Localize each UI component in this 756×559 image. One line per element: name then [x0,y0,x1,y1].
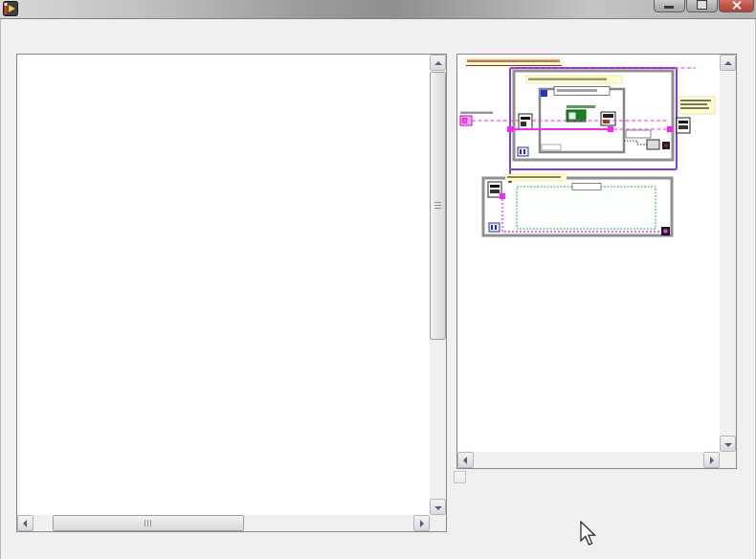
close-button[interactable] [719,0,754,12]
labview-app-icon [3,1,18,16]
arrow-left-icon [463,457,467,464]
tree-vertical-scrollbar[interactable] [430,55,446,515]
arrow-down-icon [434,506,442,510]
scrollbar-corner [720,452,736,468]
description-scroll-down-button[interactable] [720,436,736,452]
preview-diagram [459,56,720,261]
description-scroll-left-button[interactable] [457,452,474,468]
add-to-project-row [454,471,471,483]
description-scroll-right-button[interactable] [703,452,720,468]
thumb-grip [434,202,441,210]
tree-scroll-left-button[interactable] [17,515,33,531]
create-new-tree-panel [16,54,447,532]
description-scroll-up-button[interactable] [720,55,736,71]
description-panel [456,54,737,469]
add-to-project-checkbox [454,471,466,483]
minimize-button[interactable] [654,0,685,12]
description-vertical-scrollbar[interactable] [720,55,736,452]
tree-scroll-down-button[interactable] [430,499,446,515]
maximize-button[interactable] [686,0,718,12]
thumb-grip [145,520,152,526]
scrollbar-corner [430,515,446,531]
tree-horizontal-scrollbar[interactable] [17,515,430,531]
tree-vscroll-thumb[interactable] [430,72,446,340]
window-controls [654,0,754,12]
description-horizontal-scrollbar[interactable] [457,452,720,468]
tree-list [17,56,430,515]
tree-hscroll-thumb[interactable] [53,515,244,531]
arrow-left-icon [23,520,27,527]
arrow-right-icon [710,457,714,464]
minimize-icon [664,6,674,9]
mouse-cursor [580,521,598,548]
maximize-icon [697,0,707,10]
arrow-up-icon [434,61,442,65]
arrow-down-icon [724,443,732,447]
close-icon [732,1,741,10]
tree-scroll-up-button[interactable] [430,55,446,71]
tree-scroll-right-button[interactable] [413,515,430,531]
arrow-up-icon [724,61,732,65]
arrow-right-icon [420,520,424,527]
titlebar[interactable] [0,0,756,19]
